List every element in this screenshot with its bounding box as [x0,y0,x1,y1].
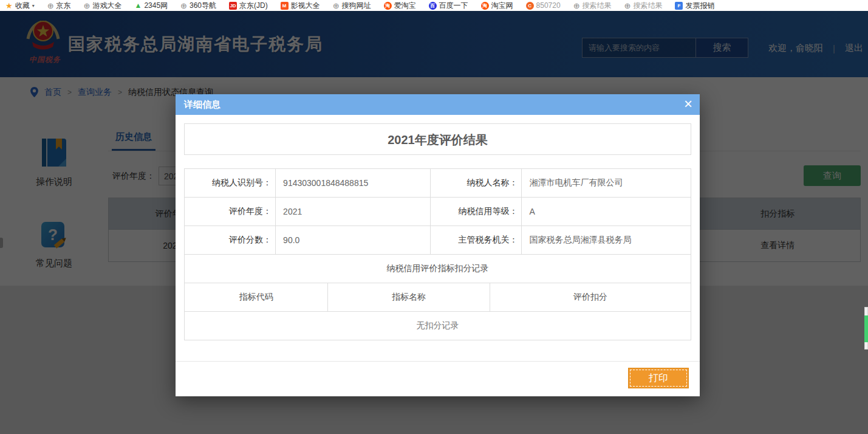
column-header: 指标名称 [328,283,490,312]
bookmark-label: 搜索结果 [633,1,662,11]
bookmark-label: 搜索结果 [583,1,612,11]
taxpayer-name-value: 湘潭市电机车厂有限公司 [522,169,691,198]
globe-icon: ⊕ [573,2,580,10]
column-header: 评价扣分 [490,283,691,312]
modal-body: 2021年度评价结果 纳税人识别号： 914303001848488815 纳税… [176,115,700,340]
evaluation-detail-table: 纳税人识别号： 914303001848488815 纳税人名称： 湘潭市电机车… [184,168,691,283]
bookmark-label: 京东(JD) [239,1,268,11]
field-label: 评价年度： [185,198,276,226]
bookmark-games[interactable]: ⊕ 游戏大全 [84,1,122,11]
bookmark-jd2[interactable]: JD 京东(JD) [229,1,268,11]
site-2345-icon: ▲ [134,2,142,10]
modal-title-bar: 详细信息 × [176,94,700,115]
bookmark-label: 百度一下 [439,1,468,11]
star-icon: ★ [5,2,13,10]
table-row: 纳税人识别号： 914303001848488815 纳税人名称： 湘潭市电机车… [185,169,691,198]
bookmark-label: 发票报销 [685,1,714,11]
taobao-icon: 淘 [384,2,392,10]
bookmark-label: 收藏 [15,1,30,11]
deduction-record-section-title: 纳税信用评价指标扣分记录 [185,255,691,283]
bookmark-label: 游戏大全 [92,1,121,11]
video-app-icon: M [281,2,289,10]
bookmark-label: 360导航 [190,1,216,11]
bookmark-search-result-1[interactable]: ⊕ 搜索结果 [573,1,612,11]
bookmark-2345[interactable]: ▲ 2345网 [134,1,168,11]
field-label: 主管税务机关： [431,226,522,255]
table-row: 无扣分记录 [185,312,691,340]
globe-icon: ⊕ [624,2,631,10]
field-label: 纳税信用等级： [431,198,522,226]
bookmark-label: 爱淘宝 [394,1,416,11]
bookmark-label: 2345网 [144,1,168,11]
evaluation-year-value: 2021 [276,198,431,226]
taxpayer-id-value: 914303001848488815 [276,169,431,198]
detail-modal: 详细信息 × 2021年度评价结果 纳税人识别号： 91430300184848… [176,94,700,396]
deduction-record-table: 指标代码 指标名称 评价扣分 无扣分记录 [184,283,691,340]
bookmark-fapiao[interactable]: F 发票报销 [675,1,714,11]
bookmark-sogou[interactable]: ⊕ 搜狗网址 [333,1,371,11]
bookmark-taobao[interactable]: 淘 淘宝网 [481,1,513,11]
print-button[interactable]: 打印 [628,368,689,388]
bookmark-aitaobao[interactable]: 淘 爱淘宝 [384,1,416,11]
bookmark-favorites[interactable]: ★ 收藏 ▾ [5,1,35,11]
no-records-text: 无扣分记录 [185,312,691,340]
tax-authority-value: 国家税务总局湘潭县税务局 [522,226,691,255]
bookmark-label: 搜狗网址 [342,1,371,11]
bookmark-label: 850720 [536,1,561,10]
taobao-icon: 淘 [481,2,489,10]
bookmark-label: 淘宝网 [491,1,513,11]
modal-title: 详细信息 [184,99,220,109]
invoice-app-icon: F [675,2,683,10]
globe-icon: ⊕ [84,2,91,10]
baidu-icon: 百 [429,2,437,10]
screen: ★ 收藏 ▾ ⊕ 京东 ⊕ 游戏大全 ▲ 2345网 ⊕ 360导航 JD 京东… [0,0,868,434]
bookmark-850720[interactable]: C 850720 [526,1,561,10]
credit-grade-value: A [522,198,691,226]
bookmark-360nav[interactable]: ⊕ 360导航 [180,1,216,11]
bookmark-video[interactable]: M 影视大全 [281,1,320,11]
chevron-down-icon: ▾ [32,3,35,9]
bookmarks-bar: ★ 收藏 ▾ ⊕ 京东 ⊕ 游戏大全 ▲ 2345网 ⊕ 360导航 JD 京东… [0,0,868,11]
field-label: 纳税人名称： [431,169,522,198]
globe-icon: ⊕ [180,2,187,10]
field-label: 评价分数： [185,226,276,255]
evaluation-score-value: 90.0 [276,226,431,255]
bookmark-baidu[interactable]: 百 百度一下 [429,1,468,11]
column-header: 指标代码 [185,283,328,312]
modal-footer: 打印 [176,361,700,396]
globe-icon: ⊕ [333,2,340,10]
table-row: 评价年度： 2021 纳税信用等级： A [185,198,691,226]
bookmark-label: 影视大全 [291,1,320,11]
bookmark-jd[interactable]: ⊕ 京东 [47,1,71,11]
evaluation-result-heading: 2021年度评价结果 [184,123,691,155]
table-header-row: 指标代码 指标名称 评价扣分 [185,283,691,312]
circle-c-icon: C [526,2,534,10]
bookmark-label: 京东 [56,1,71,11]
close-icon[interactable]: × [684,94,692,114]
field-label: 纳税人识别号： [185,169,276,198]
bookmark-search-result-2[interactable]: ⊕ 搜索结果 [624,1,663,11]
table-row: 评价分数： 90.0 主管税务机关： 国家税务总局湘潭县税务局 [185,226,691,255]
globe-icon: ⊕ [47,2,54,10]
scrollbar-thumb[interactable] [864,315,868,342]
table-row: 纳税信用评价指标扣分记录 [185,255,691,283]
jd-icon: JD [229,2,237,10]
